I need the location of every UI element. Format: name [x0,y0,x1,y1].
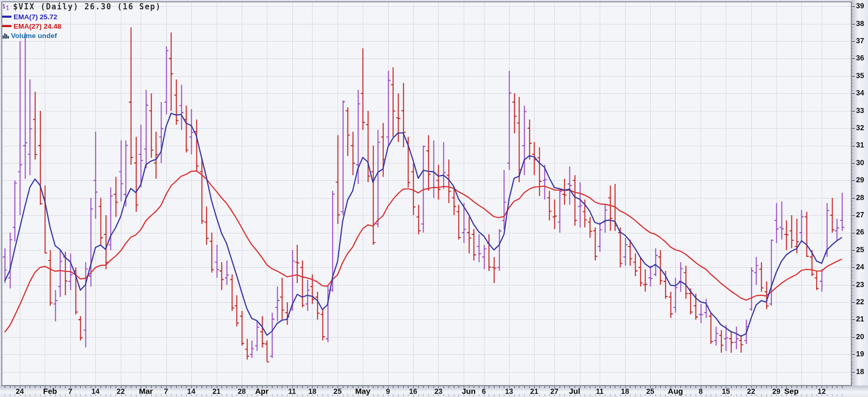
price-chart-canvas [0,0,868,397]
legend-ema7-label: EMA(7) 25.72 [14,13,57,21]
chart-title: $VIX (Daily) 26.30 (16 Sep) [13,2,161,11]
chart-legend: $VIX (Daily) 26.30 (16 Sep) EMA(7) 25.72… [2,2,161,40]
legend-ema27-label: EMA(27) 24.48 [14,22,61,30]
ema27-swatch-icon [2,25,11,27]
legend-ema7-row: EMA(7) 25.72 [2,12,161,21]
legend-volume-label: Volume undef [11,32,57,40]
sharpchart-icon [2,3,10,11]
legend-volume-row: Volume undef [2,31,161,40]
chart-title-row: $VIX (Daily) 26.30 (16 Sep) [2,2,161,12]
ema7-swatch-icon [2,16,11,18]
chart-window: $VIX (Daily) 26.30 (16 Sep) EMA(7) 25.72… [0,0,868,397]
legend-ema27-row: EMA(27) 24.48 [2,21,161,31]
volume-bars-icon [2,32,9,39]
